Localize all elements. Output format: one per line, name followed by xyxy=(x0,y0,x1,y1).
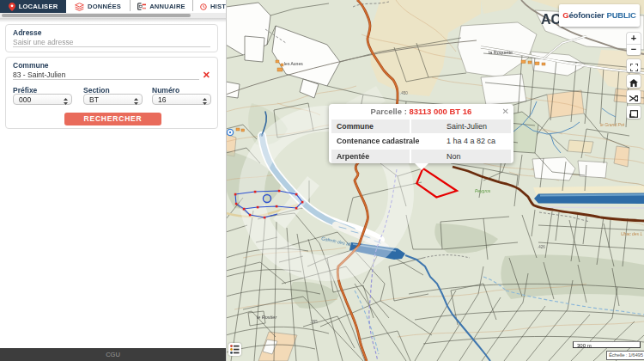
svg-text:les Aunes: les Aunes xyxy=(284,61,303,66)
svg-text:Peygros: Peygros xyxy=(475,188,491,193)
svg-text:la Roquette: la Roquette xyxy=(489,50,513,55)
svg-text:le Rostier: le Rostier xyxy=(257,315,277,320)
svg-text:.426: .426 xyxy=(538,245,545,249)
svg-text:.450: .450 xyxy=(400,91,408,95)
svg-text:Ubac des L: Ubac des L xyxy=(621,231,643,236)
svg-text:.395: .395 xyxy=(310,320,318,324)
svg-text:le Grand Pré: le Grand Pré xyxy=(600,122,625,127)
